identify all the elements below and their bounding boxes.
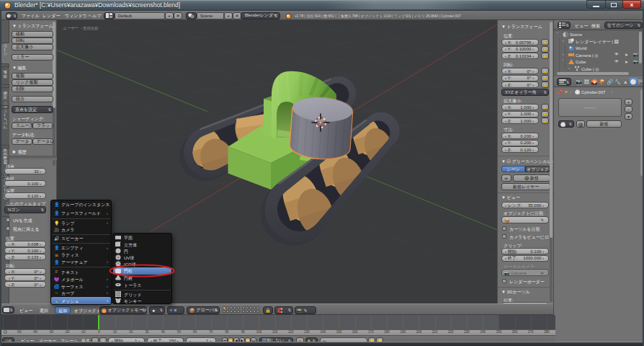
svg-text:ユーザー・透視投影: ユーザー・透視投影 [63, 26, 99, 31]
